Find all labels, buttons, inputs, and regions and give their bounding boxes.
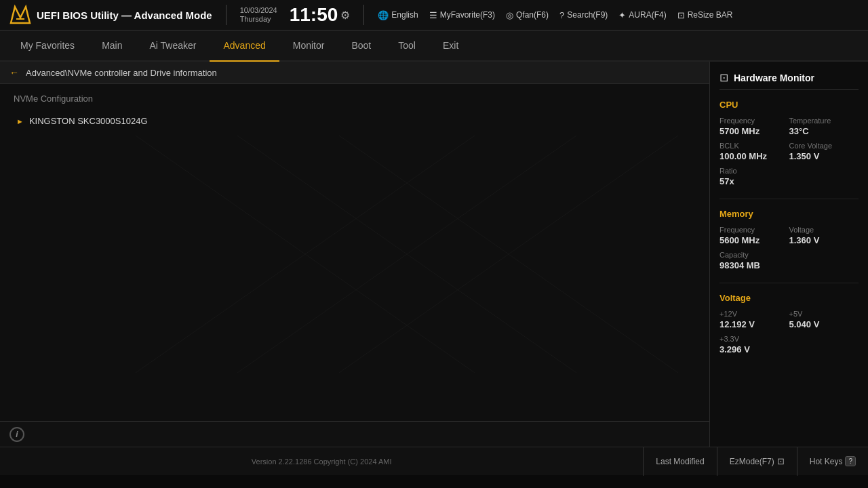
footer-hot-keys[interactable]: Hot Keys ? [797,447,868,476]
hw-mem-volt-label: Voltage [789,226,859,234]
tab-my-favorites[interactable]: My Favorites [7,30,88,62]
content-bottom-bar: i [0,421,709,447]
hw-mem-cap-cell: Capacity 98304 MB [719,251,859,270]
hw-section-memory: Memory Frequency 5600 MHz Voltage 1.360 … [719,209,859,283]
svg-line-4 [339,136,678,373]
clock-time: 11:50 [290,4,338,26]
hw-volt-12-value: 12.192 V [719,319,789,329]
hw-panel-header: ⊡ Hardware Monitor [719,71,859,90]
toolbar-aura-label: AURA(F4) [629,10,666,20]
item-label: KINGSTON SKC3000S1024G [29,116,148,126]
toolbar-items: 🌐 English ☰ MyFavorite(F3) ◎ Qfan(F6) ? … [378,10,859,20]
hw-mem-cap-row: Capacity 98304 MB [719,251,859,270]
hw-cpu-freq-temp-row: Frequency 5700 MHz Temperature 33°C [719,117,859,136]
hot-keys-badge: ? [845,456,856,466]
hw-memory-title: Memory [719,209,859,219]
hw-voltage-title: Voltage [719,293,859,303]
hw-cpu-title: CPU [719,100,859,110]
last-modified-label: Last Modified [656,457,704,466]
header-divider-2 [363,5,364,25]
hw-volt-12-5-row: +12V 12.192 V +5V 5.040 V [719,310,859,329]
hw-cpu-cv-cell: Core Voltage 1.350 V [789,142,859,161]
svg-line-5 [136,136,475,373]
list-item[interactable]: ► KINGSTON SKC3000S1024G [14,110,696,131]
datetime-area: 10/03/2024 Thursday [240,6,277,24]
hw-volt-33-cell: +3.3V 3.296 V [719,335,859,354]
hw-mem-freq-cell: Frequency 5600 MHz [719,226,789,245]
footer-ezmode[interactable]: EzMode(F7) ⊡ [717,447,797,476]
hw-mem-freq-volt-row: Frequency 5600 MHz Voltage 1.360 V [719,226,859,245]
tab-monitor[interactable]: Monitor [279,30,338,62]
hw-mem-freq-value: 5600 MHz [719,235,789,245]
hw-cpu-freq-cell: Frequency 5700 MHz [719,117,789,136]
breadcrumb: ← Advanced\NVMe controller and Drive inf… [0,62,709,84]
toolbar-aura[interactable]: ✦ AURA(F4) [618,10,666,20]
svg-line-7 [339,136,678,373]
toolbar-myfavorite-label: MyFavorite(F3) [440,10,495,20]
hw-cpu-bclk-cv-row: BCLK 100.00 MHz Core Voltage 1.350 V [719,142,859,161]
hw-cpu-temp-label: Temperature [789,117,859,125]
svg-marker-0 [11,7,30,23]
config-section: NVMe Configuration ► KINGSTON SKC3000S10… [0,84,709,136]
hw-cpu-ratio-label: Ratio [719,167,859,175]
hw-section-cpu: CPU Frequency 5700 MHz Temperature 33°C … [719,100,859,199]
tab-boot[interactable]: Boot [338,30,384,62]
hw-mem-cap-value: 98304 MB [719,260,859,270]
toolbar-english-label: English [391,10,418,20]
hw-section-voltage: Voltage +12V 12.192 V +5V 5.040 V +3.3V … [719,293,859,367]
ezmode-label: EzMode(F7) [730,457,774,466]
logo-area: UEFI BIOS Utility — Advanced Mode [9,4,212,26]
tab-ai-tweaker[interactable]: Ai Tweaker [136,30,210,62]
clock-area: 11:50 ⚙ [290,4,351,26]
hw-volt-12-cell: +12V 12.192 V [719,310,789,329]
hw-cpu-temp-cell: Temperature 33°C [789,117,859,136]
hw-cpu-temp-value: 33°C [789,126,859,136]
gear-icon[interactable]: ⚙ [340,9,350,22]
asus-logo-icon [9,4,31,26]
hw-volt-5-label: +5V [789,310,859,318]
hw-cpu-ratio-row: Ratio 57x [719,167,859,186]
tab-main[interactable]: Main [88,30,136,62]
hw-volt-33-row: +3.3V 3.296 V [719,335,859,354]
header: UEFI BIOS Utility — Advanced Mode 10/03/… [0,0,868,30]
hw-mem-volt-value: 1.360 V [789,235,859,245]
hw-volt-33-label: +3.3V [719,335,859,343]
footer: Version 2.22.1286 Copyright (C) 2024 AMI… [0,447,868,475]
hw-cpu-cv-value: 1.350 V [789,151,859,161]
section-title: NVMe Configuration [14,94,696,104]
hot-keys-label: Hot Keys [810,457,843,466]
toolbar-qfan[interactable]: ◎ Qfan(F6) [506,10,549,20]
hw-cpu-bclk-label: BCLK [719,142,789,150]
decorative-lines [0,136,709,373]
toolbar-search[interactable]: ? Search(F9) [559,10,608,20]
tab-tool[interactable]: Tool [384,30,429,62]
hw-monitor-panel: ⊡ Hardware Monitor CPU Frequency 5700 MH… [709,62,868,447]
toolbar-english[interactable]: 🌐 English [378,10,418,20]
resize-icon: ⊡ [677,10,685,20]
hw-mem-cap-label: Capacity [719,251,859,259]
date-display: 10/03/2024 [240,6,277,15]
fan-icon: ◎ [506,10,513,20]
globe-icon: 🌐 [378,10,389,20]
svg-line-6 [237,136,576,373]
search-icon: ? [559,10,564,20]
star-icon: ☰ [429,10,437,20]
hw-cpu-ratio-cell: Ratio 57x [719,167,859,186]
toolbar-myfavorite[interactable]: ☰ MyFavorite(F3) [429,10,495,20]
tab-exit[interactable]: Exit [429,30,472,62]
tab-advanced[interactable]: Advanced [210,30,279,62]
footer-actions: Last Modified EzMode(F7) ⊡ Hot Keys ? [643,447,868,476]
toolbar-qfan-label: Qfan(F6) [516,10,549,20]
footer-version: Version 2.22.1286 Copyright (C) 2024 AMI [0,458,643,466]
footer-last-modified[interactable]: Last Modified [643,447,716,476]
hw-volt-33-value: 3.296 V [719,344,859,354]
hw-volt-5-value: 5.040 V [789,319,859,329]
toolbar-resizebar-label: ReSize BAR [688,10,733,20]
hw-panel-title: Hardware Monitor [734,73,814,83]
toolbar-resizebar[interactable]: ⊡ ReSize BAR [677,10,733,20]
aura-icon: ✦ [618,10,626,20]
main-layout: ← Advanced\NVMe controller and Drive inf… [0,62,868,447]
toolbar-search-label: Search(F9) [567,10,608,20]
back-arrow-icon[interactable]: ← [9,67,19,78]
content-main [0,136,709,421]
